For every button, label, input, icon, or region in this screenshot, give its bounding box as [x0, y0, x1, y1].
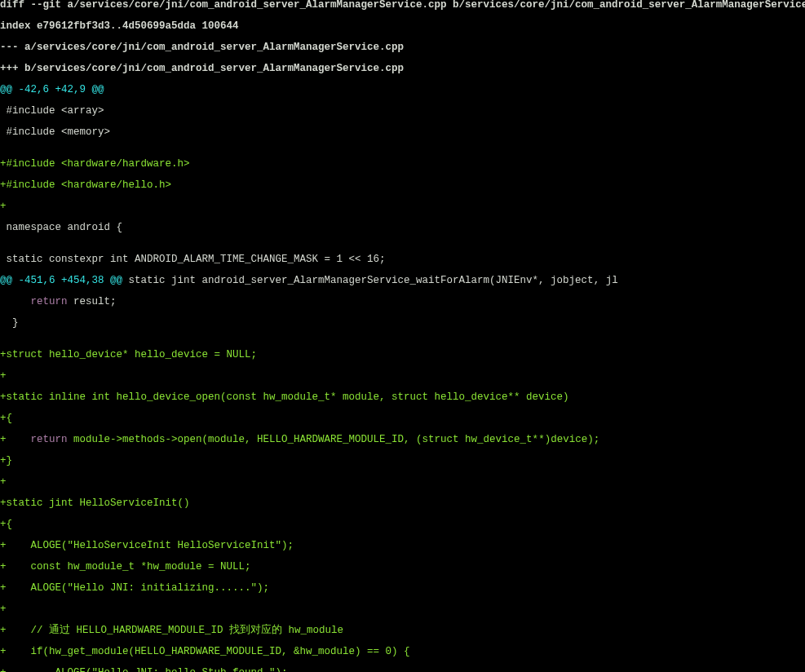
context-line: }: [0, 318, 805, 329]
diff-line: --- a/services/core/jni/com_android_serv…: [0, 42, 805, 53]
context-line: #include <array>: [0, 106, 805, 117]
add-line: +static jint HelloServiceInit(): [0, 498, 805, 509]
add-line: +{: [0, 413, 805, 424]
add-line: +static inline int hello_device_open(con…: [0, 392, 805, 403]
add-line: + ALOGE("Hello JNI: hello Stub found.");: [0, 668, 805, 672]
context-line: return result;: [0, 297, 805, 307]
diff-line: diff --git a/services/core/jni/com_andro…: [0, 0, 805, 11]
add-line: + ALOGE("Hello JNI: initializing......")…: [0, 583, 805, 594]
add-line: +struct hello_device* hello_device = NUL…: [0, 350, 805, 360]
add-line: +}: [0, 456, 805, 466]
add-line: + // 通过 HELLO_HARDWARE_MODULE_ID 找到对应的 h…: [0, 626, 805, 636]
hunk-header: @@ -451,6 +454,38 @@ static jint android…: [0, 276, 805, 286]
add-line: + ALOGE("HelloServiceInit HelloServiceIn…: [0, 541, 805, 551]
diff-output: diff --git a/services/core/jni/com_andro…: [0, 0, 805, 672]
add-line: +: [0, 477, 805, 488]
add-line: +#include <hardware/hardware.h>: [0, 159, 805, 170]
add-line: + const hw_module_t *hw_module = NULL;: [0, 562, 805, 573]
context-line: #include <memory>: [0, 127, 805, 138]
add-line: +{: [0, 519, 805, 530]
add-line: +: [0, 201, 805, 212]
context-line: namespace android {: [0, 223, 805, 233]
diff-line: index e79612fbf3d3..4d50699a5dda 100644: [0, 21, 805, 32]
diff-line: +++ b/services/core/jni/com_android_serv…: [0, 64, 805, 74]
context-line: static constexpr int ANDROID_ALARM_TIME_…: [0, 254, 805, 265]
add-line: +: [0, 371, 805, 382]
add-line: + if(hw_get_module(HELLO_HARDWARE_MODULE…: [0, 647, 805, 657]
add-line: +#include <hardware/hello.h>: [0, 180, 805, 191]
hunk-header: @@ -42,6 +42,9 @@: [0, 85, 805, 95]
add-line: +: [0, 604, 805, 615]
add-line: + return module->methods->open(module, H…: [0, 435, 805, 445]
